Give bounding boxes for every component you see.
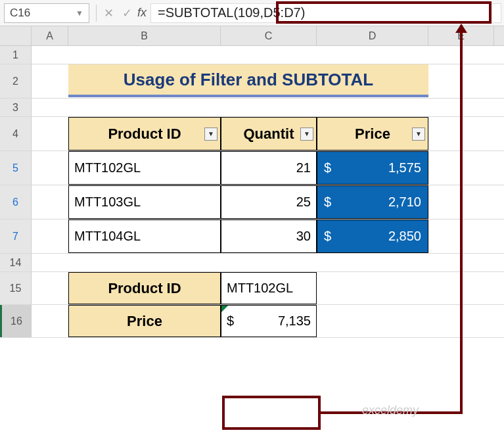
cell[interactable]: [32, 64, 68, 98]
confirm-icon[interactable]: ✓: [118, 4, 136, 22]
header-text: Product ID: [108, 126, 181, 143]
spreadsheet-grid: A B C D E 1 2 Usage of Filter and SUBTOT…: [0, 26, 504, 338]
currency: $: [324, 229, 331, 244]
header-text: Price: [355, 126, 390, 143]
formula-input[interactable]: =SUBTOTAL(109,D5:D7): [150, 3, 501, 23]
price-value: 2,850: [388, 229, 421, 244]
table-cell[interactable]: 25: [221, 185, 317, 219]
table-header-product: Product ID ▼: [68, 117, 221, 151]
cell[interactable]: [32, 117, 68, 151]
cancel-icon[interactable]: ✕: [99, 4, 118, 22]
fx-icon[interactable]: fx: [137, 6, 147, 20]
cell[interactable]: [221, 99, 317, 116]
cell[interactable]: [317, 272, 428, 304]
cell[interactable]: [68, 254, 221, 271]
filter-button[interactable]: ▼: [300, 128, 313, 141]
cell[interactable]: [32, 220, 68, 253]
cell[interactable]: [221, 254, 317, 271]
col-header-d[interactable]: D: [317, 26, 428, 45]
row-header[interactable]: 5: [0, 151, 32, 185]
row-header[interactable]: 7: [0, 220, 32, 253]
table-cell[interactable]: MTT103GL: [68, 185, 221, 219]
header-text: Quantit: [244, 126, 294, 143]
row-header[interactable]: 6: [0, 185, 32, 219]
formula-bar: C16 ▼ ✕ ✓ fx =SUBTOTAL(109,D5:D7): [0, 0, 504, 26]
table-cell-price[interactable]: $ 2,710: [317, 185, 428, 219]
col-header-b[interactable]: B: [68, 26, 221, 45]
cell[interactable]: [32, 99, 68, 116]
chevron-down-icon[interactable]: ▼: [76, 9, 83, 18]
row-header[interactable]: 2: [0, 64, 32, 98]
table-header-qty: Quantit ▼: [221, 117, 317, 151]
filter-active-button[interactable]: ▼: [412, 128, 425, 141]
row-header[interactable]: 1: [0, 46, 32, 64]
cell[interactable]: [317, 254, 428, 271]
col-header-c[interactable]: C: [221, 26, 317, 45]
cell[interactable]: [317, 46, 428, 64]
arrow-line: [460, 25, 463, 414]
price-value: 2,710: [388, 195, 421, 210]
cell[interactable]: [68, 99, 221, 116]
select-all-corner[interactable]: [0, 26, 32, 45]
price-value: 1,575: [388, 160, 421, 175]
name-box[interactable]: C16 ▼: [4, 3, 89, 23]
table-cell-price[interactable]: $ 2,850: [317, 220, 428, 253]
table-header-price: Price ▼: [317, 117, 428, 151]
cell[interactable]: [32, 272, 68, 304]
row-header[interactable]: 14: [0, 254, 32, 271]
currency: $: [324, 195, 331, 210]
arrow-head-icon: [455, 24, 467, 33]
currency: $: [227, 313, 234, 329]
table-cell[interactable]: 30: [221, 220, 317, 253]
summary-label[interactable]: Price: [68, 305, 221, 337]
subtotal-value: 7,135: [278, 313, 311, 329]
name-box-value: C16: [10, 7, 30, 20]
page-title: Usage of Filter and SUBTOTAL: [68, 64, 428, 97]
cell[interactable]: [32, 185, 68, 219]
column-headers: A B C D E: [0, 26, 504, 46]
cell[interactable]: [32, 254, 68, 271]
cell[interactable]: [221, 46, 317, 64]
error-indicator-icon: [221, 306, 228, 312]
row-header[interactable]: 4: [0, 117, 32, 151]
row-header[interactable]: 16: [0, 305, 32, 337]
table-cell[interactable]: MTT102GL: [68, 151, 221, 185]
cell[interactable]: [317, 305, 428, 337]
watermark: exceldemy: [362, 404, 419, 417]
cell[interactable]: [32, 305, 68, 337]
table-cell[interactable]: MTT104GL: [68, 220, 221, 253]
col-header-a[interactable]: A: [32, 26, 68, 45]
cell[interactable]: [32, 46, 68, 64]
filter-button[interactable]: ▼: [204, 128, 218, 141]
summary-label[interactable]: Product ID: [68, 272, 221, 304]
highlight-box: [222, 396, 321, 430]
table-cell-price[interactable]: $ 1,575: [317, 151, 428, 185]
row-header[interactable]: 15: [0, 272, 32, 304]
currency: $: [324, 160, 331, 175]
subtotal-cell[interactable]: ! $ 7,135: [221, 305, 317, 337]
cell[interactable]: [32, 151, 68, 185]
row-header[interactable]: 3: [0, 99, 32, 116]
table-cell[interactable]: 21: [221, 151, 317, 185]
cell[interactable]: [68, 46, 221, 64]
arrow-line: [321, 411, 461, 414]
formula-value: =SUBTOTAL(109,D5:D7): [158, 5, 305, 20]
summary-value[interactable]: MTT102GL: [221, 272, 317, 304]
divider: [96, 5, 97, 22]
cell[interactable]: [317, 99, 428, 116]
